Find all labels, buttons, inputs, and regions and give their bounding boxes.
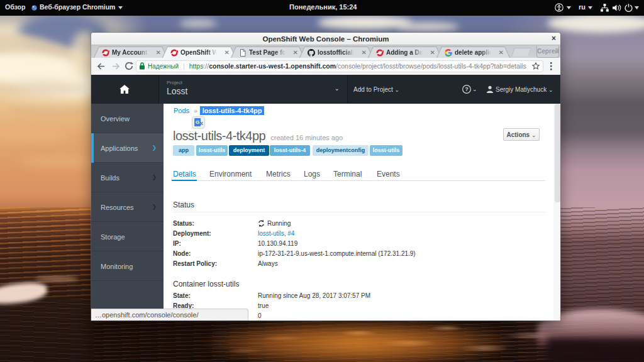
- svg-text:?: ?: [465, 86, 468, 92]
